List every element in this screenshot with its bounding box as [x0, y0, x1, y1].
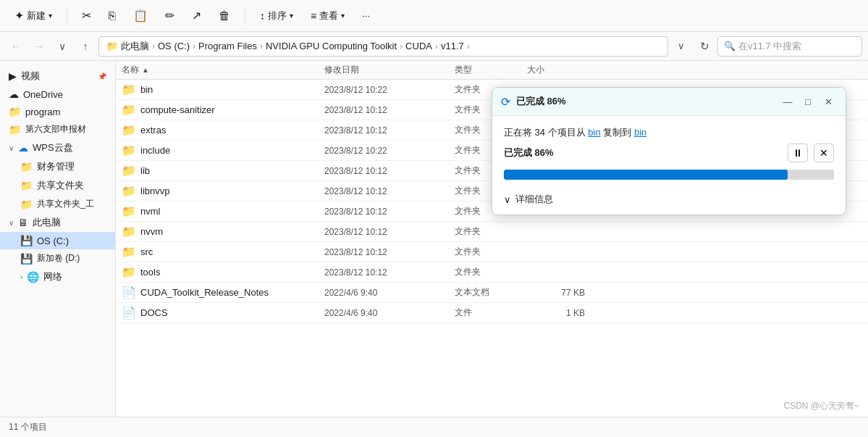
- dialog-title-icon: ⟳: [501, 95, 510, 109]
- rename-button[interactable]: ✏: [159, 6, 180, 25]
- dialog-source-link[interactable]: bin: [588, 127, 600, 138]
- sidebar-item-shared-eng[interactable]: 📁 共享文件夹_工: [0, 195, 115, 213]
- dialog-dest-link[interactable]: bin: [634, 127, 646, 138]
- folder-icon: 📁: [122, 83, 136, 96]
- view-chevron-icon: ▾: [341, 12, 345, 20]
- folder-icon: 📁: [122, 143, 136, 157]
- onedrive-icon: ☁: [9, 88, 19, 100]
- folder-icon: 📁: [122, 164, 136, 178]
- file-date-cell: 2023/8/12 10:12: [324, 166, 455, 176]
- pin-icon: 📌: [98, 72, 106, 80]
- forward-button[interactable]: →: [29, 36, 49, 57]
- sidebar-item-label: OneDrive: [23, 89, 63, 100]
- sidebar-item-finance[interactable]: 📁 财务管理: [0, 157, 115, 176]
- view-button[interactable]: ≡ 查看 ▾: [305, 7, 350, 25]
- sidebar-item-program[interactable]: 📁 program: [0, 103, 115, 120]
- table-row[interactable]: 📁 tools 2023/8/12 10:12 文件夹: [116, 262, 868, 283]
- table-row[interactable]: 📄 CUDA_Toolkit_Release_Notes 2022/4/6 9:…: [116, 283, 868, 303]
- file-size-cell: 77 KB: [527, 288, 585, 298]
- address-dropdown-button[interactable]: ∨: [671, 36, 691, 57]
- file-type-cell: 文件夹: [455, 246, 527, 258]
- sidebar-item-dept[interactable]: 📁 第六支部申报材: [0, 120, 115, 138]
- folder-icon: 📁: [122, 225, 136, 238]
- chevron-down-icon: ∨: [9, 144, 14, 152]
- sidebar-item-shared[interactable]: 📁 共享文件夹: [0, 176, 115, 195]
- address-path[interactable]: 📁 此电脑 › OS (C:) › Program Files › NVIDIA…: [98, 36, 668, 57]
- file-date-cell: 2022/4/6 9:40: [324, 308, 455, 318]
- path-cuda[interactable]: CUDA: [405, 41, 432, 51]
- col-header-date[interactable]: 修改日期: [324, 64, 455, 76]
- status-count: 11 个项目: [9, 421, 47, 433]
- view-icon: ≡: [311, 10, 316, 22]
- file-name: lib: [140, 165, 150, 176]
- path-v117[interactable]: v11.7: [441, 41, 464, 51]
- dialog-close-button[interactable]: ✕: [819, 93, 837, 109]
- path-os-c[interactable]: OS (C:): [158, 41, 190, 51]
- sidebar-item-label: 第六支部申报材: [25, 123, 86, 136]
- sidebar-item-label: 此电脑: [33, 216, 61, 229]
- sidebar-item-os-c[interactable]: 💾 OS (C:): [0, 232, 115, 249]
- back-button[interactable]: ←: [6, 36, 26, 57]
- path-nvidia[interactable]: NVIDIA GPU Computing Toolkit: [266, 41, 397, 51]
- sidebar-item-onedrive[interactable]: ☁ OneDrive: [0, 86, 115, 103]
- dialog-status: 已完成 86% ⏸ ✕: [504, 143, 834, 162]
- sort-button[interactable]: ↕ 排序 ▾: [254, 7, 299, 25]
- file-name-cell: 📁 lib: [122, 164, 324, 178]
- sidebar-item-new-vol-d[interactable]: 💾 新加卷 (D:): [0, 249, 115, 267]
- file-date-cell: 2023/8/12 10:22: [324, 85, 455, 95]
- network-icon: 🌐: [27, 271, 39, 283]
- share-button[interactable]: ↗: [186, 6, 207, 25]
- more-button[interactable]: ···: [356, 7, 376, 24]
- dialog-minimize-button[interactable]: —: [779, 93, 796, 109]
- file-name-cell: 📁 include: [122, 143, 324, 157]
- table-row[interactable]: 📁 src 2023/8/12 10:12 文件夹: [116, 242, 868, 262]
- file-type-cell: 文件夹: [455, 266, 527, 278]
- search-box[interactable]: 🔍 在v11.7 中搜索: [717, 36, 862, 57]
- sidebar-item-video[interactable]: ▶ 视频 📌: [0, 67, 115, 86]
- path-folder-icon: 📁: [106, 41, 118, 51]
- dialog-msg-mid: 复制到: [603, 127, 631, 138]
- up-button[interactable]: ↑: [75, 36, 96, 57]
- copy-button[interactable]: ⎘: [103, 7, 122, 25]
- file-date-cell: 2023/8/12 10:12: [324, 105, 455, 115]
- refresh-button[interactable]: ↻: [694, 36, 715, 57]
- sidebar-item-network[interactable]: › 🌐 网络: [0, 267, 115, 286]
- sidebar-item-label: 共享文件夹_工: [37, 198, 94, 210]
- pause-icon: ⏸: [793, 147, 803, 159]
- new-chevron-icon: ▾: [49, 12, 52, 20]
- dialog-pause-button[interactable]: ⏸: [788, 143, 808, 162]
- new-label: 新建: [27, 9, 46, 22]
- dialog-details-label: 详细信息: [515, 193, 553, 206]
- cut-button[interactable]: ✂: [76, 6, 97, 25]
- file-name: nvml: [140, 206, 160, 217]
- dialog-maximize-button[interactable]: □: [799, 93, 817, 109]
- sidebar-item-wps[interactable]: ∨ ☁ WPS云盘: [0, 138, 115, 157]
- search-placeholder: 在v11.7 中搜索: [738, 40, 801, 53]
- table-row[interactable]: 📁 nvvm 2023/8/12 10:12 文件夹: [116, 222, 868, 242]
- paste-button[interactable]: 📋: [127, 6, 153, 25]
- delete-button[interactable]: 🗑: [213, 7, 236, 25]
- expand-button[interactable]: ∨: [52, 36, 72, 57]
- col-type-label: 类型: [455, 64, 472, 75]
- copy-icon: ⎘: [109, 9, 116, 22]
- toolbar: ✦ 新建 ▾ ✂ ⎘ 📋 ✏ ↗ 🗑 ↕ 排序 ▾ ≡ 查看 ▾ ···: [0, 0, 868, 32]
- view-label: 查看: [319, 9, 338, 22]
- folder-icon: 📁: [20, 180, 33, 191]
- watermark: CSDN @心无旁骛~: [783, 400, 859, 412]
- file-name-cell: 📁 nvml: [122, 204, 324, 218]
- col-header-name[interactable]: 名称 ▲: [122, 64, 324, 76]
- file-date-cell: 2023/8/12 10:22: [324, 146, 455, 156]
- file-date-cell: 2023/8/12 10:12: [324, 267, 455, 278]
- file-name: extras: [140, 125, 166, 136]
- folder-icon: 📁: [122, 184, 136, 198]
- dialog-details-row[interactable]: ∨ 详细信息: [504, 187, 834, 207]
- path-program-files[interactable]: Program Files: [198, 41, 257, 51]
- dialog-body: 正在将 34 个项目从 bin 复制到 bin 已完成 86% ⏸ ✕ ∨: [492, 116, 846, 215]
- path-this-pc[interactable]: 此电脑: [121, 40, 149, 53]
- file-name-cell: 📁 tools: [122, 265, 324, 279]
- table-row[interactable]: 📄 DOCS 2022/4/6 9:40 文件 1 KB: [116, 303, 868, 323]
- dialog-cancel-button[interactable]: ✕: [814, 143, 834, 162]
- new-button[interactable]: ✦ 新建 ▾: [9, 6, 58, 25]
- sidebar-item-this-pc[interactable]: ∨ 🖥 此电脑: [0, 213, 115, 232]
- wps-icon: ☁: [18, 142, 28, 154]
